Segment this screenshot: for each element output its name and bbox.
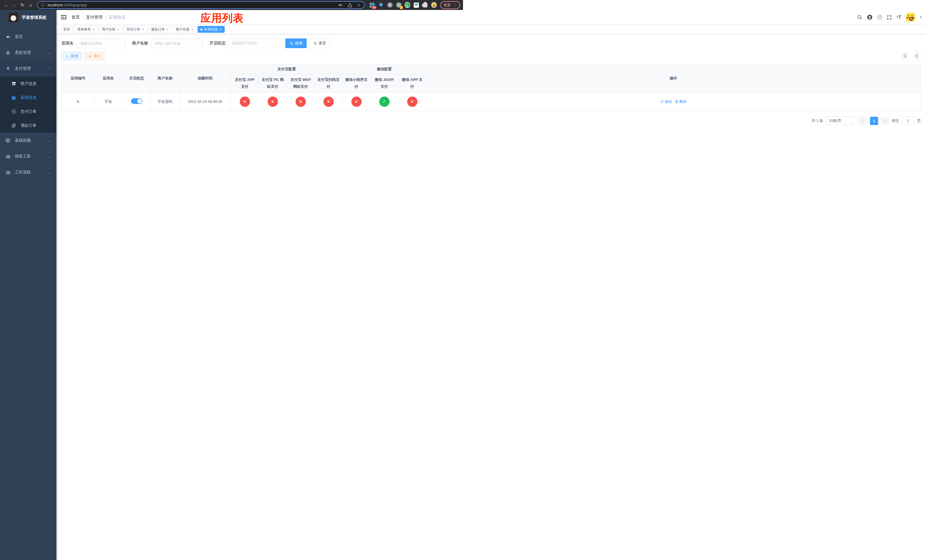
- browser-menu-icon[interactable]: ⋮: [453, 3, 457, 8]
- col-header-ops: 操作: [426, 64, 463, 92]
- address-bar[interactable]: i localhost:1024/pay/app ☆: [37, 1, 365, 9]
- wx-lite-status-icon: ×: [351, 97, 362, 107]
- cell-merchant-name: 芋道源码: [151, 92, 179, 111]
- sidebar-collapse-button[interactable]: [61, 15, 67, 20]
- sidebar-item-system[interactable]: ⚙ 系统管理 ⌄: [0, 45, 56, 61]
- sidebar-item-label: 工作流程: [15, 170, 31, 175]
- cell-app-id: 6: [62, 92, 95, 111]
- extension-lens-icon[interactable]: 1: [396, 2, 401, 8]
- breadcrumb-payment[interactable]: 支付管理: [86, 15, 103, 20]
- close-icon[interactable]: ×: [117, 28, 120, 31]
- reload-icon: ↻: [21, 2, 24, 8]
- export-button-label: 导出: [94, 53, 101, 59]
- alipay-qr-status-icon: ×: [324, 97, 334, 107]
- url-text: localhost:1024/pay/app: [48, 3, 87, 7]
- sidebar: 芋道管理系统 首页 ⚙ 系统管理 ⌄ ¥ 支付管理 ⌃: [0, 10, 56, 280]
- browser-profile-avatar[interactable]: [431, 2, 437, 8]
- download-icon: [88, 54, 92, 58]
- refresh-icon: ↻: [314, 41, 317, 45]
- search-button-label: 搜索: [295, 41, 303, 46]
- bookmark-star-icon[interactable]: ☆: [357, 2, 361, 8]
- store-icon: [11, 82, 17, 86]
- extension-yudao-icon[interactable]: y: [405, 2, 410, 8]
- sidebar-item-label: 首页: [15, 34, 23, 39]
- alipay-wap-status-icon: ×: [295, 97, 306, 107]
- reset-button[interactable]: ↻ 重置: [310, 38, 330, 48]
- search-button[interactable]: 搜索: [285, 38, 307, 48]
- sidebar-item-merchant-info[interactable]: 商户信息: [0, 77, 56, 91]
- chevron-up-icon: ⌃: [48, 67, 51, 71]
- tab-home[interactable]: 首页: [61, 26, 73, 33]
- enabled-toggle[interactable]: [131, 98, 142, 104]
- plus-icon: ＋: [65, 53, 69, 59]
- cell-app-name: 芋道: [95, 92, 123, 111]
- sidebar-item-infrastructure[interactable]: 基础设施 ⌄: [0, 132, 56, 148]
- tab-user-group[interactable]: 用户分组×: [99, 26, 123, 33]
- tab-pay-orders[interactable]: 支付订单×: [124, 26, 147, 33]
- group-header-wechat: 微信配置: [342, 64, 426, 74]
- sidebar-item-app-info[interactable]: ▦ 应用信息: [0, 91, 56, 104]
- browser-back-button[interactable]: ←: [3, 2, 10, 9]
- sidebar-item-workflow[interactable]: 工作流程 ⌄: [0, 164, 56, 180]
- sidebar-logo[interactable]: 芋道管理系统: [0, 10, 56, 25]
- tab-app-info[interactable]: 应用信息×: [198, 26, 225, 33]
- close-icon[interactable]: ×: [142, 28, 144, 31]
- tab-merchant-info[interactable]: 商户信息×: [173, 26, 196, 33]
- extension-command-icon[interactable]: ⌘: [387, 2, 393, 8]
- status-select-placeholder: 请选择开启状态: [232, 41, 257, 46]
- breadcrumb-separator: /: [82, 15, 83, 20]
- add-button-label: 新增: [71, 53, 78, 59]
- wx-jsapi-status-icon: ✓: [379, 97, 390, 107]
- sidebar-item-dev-tools[interactable]: 研发工具 ⌄: [0, 148, 56, 164]
- back-icon: ←: [4, 3, 9, 8]
- add-button[interactable]: ＋ 新增: [62, 52, 82, 61]
- extension-tabs-icon[interactable]: 10: [369, 2, 375, 8]
- wx-app-status-icon: ×: [407, 97, 418, 107]
- close-icon[interactable]: ×: [92, 28, 95, 31]
- browser-toolbar: ← → ↻ ⌂ i localhost:1024/pay/app ☆ 10 ⌘ …: [0, 0, 463, 10]
- sidebar-item-label: 基础设施: [15, 138, 31, 143]
- merchant-name-input[interactable]: [151, 38, 203, 48]
- tags-view-bar: 首页 流程表单× 用户分组× 支付订单× 退款订单× 商户信息× 应用信息×: [56, 25, 463, 34]
- sidebar-item-label: 支付管理: [15, 66, 31, 71]
- dashboard-icon: [5, 35, 11, 39]
- extension-badge: 1: [400, 6, 403, 9]
- sidebar-item-home[interactable]: 首页: [0, 29, 56, 45]
- chevron-down-icon: ⌄: [275, 41, 279, 45]
- yen-circle-icon: ¥: [11, 109, 17, 114]
- app-table: 应用编号 应用名 开启状态 商户名称 创建时间 支付宝配置 微信配置 操作 支付…: [62, 64, 463, 111]
- browser-reload-button[interactable]: ↻: [19, 2, 26, 9]
- page-content: 应用名 商户名称 开启状态 请选择开启状态 ⌄: [56, 34, 463, 280]
- group-header-alipay: 支付宝配置: [231, 64, 342, 74]
- close-icon[interactable]: ×: [166, 28, 169, 31]
- close-icon[interactable]: ×: [219, 28, 222, 31]
- app-title: 芋道管理系统: [22, 15, 47, 20]
- chrome-update-button[interactable]: 更新 ⋮: [440, 1, 460, 9]
- password-key-icon[interactable]: [338, 3, 343, 8]
- sidebar-item-label: 商户信息: [21, 81, 36, 86]
- browser-forward-button[interactable]: →: [11, 2, 18, 9]
- gear-icon: ⚙: [5, 50, 11, 56]
- status-select[interactable]: 请选择开启状态 ⌄: [228, 38, 282, 48]
- tab-process-form[interactable]: 流程表单×: [74, 26, 98, 33]
- sidebar-item-label: 系统管理: [15, 50, 31, 55]
- tab-refund-orders[interactable]: 退款订单×: [148, 26, 172, 33]
- cell-created-time: 2021-10-23 08:49:25: [179, 92, 231, 111]
- extensions-puzzle-icon[interactable]: [422, 2, 428, 8]
- extension-kite-icon[interactable]: [378, 2, 384, 8]
- browser-home-button[interactable]: ⌂: [27, 2, 34, 9]
- sidebar-item-payment[interactable]: ¥ 支付管理 ⌃: [0, 61, 56, 77]
- share-icon[interactable]: [348, 3, 352, 8]
- export-button[interactable]: 导出: [85, 52, 104, 61]
- col-header-alipay-app: 支付宝 APP 支付: [231, 74, 259, 92]
- close-icon[interactable]: ×: [191, 28, 193, 31]
- extension-chat-icon[interactable]: [413, 2, 419, 8]
- breadcrumb-home[interactable]: 首页: [71, 15, 80, 20]
- sidebar-item-pay-orders[interactable]: ¥ 支付订单: [0, 104, 56, 118]
- sidebar-item-refund-orders[interactable]: 退款订单: [0, 118, 56, 132]
- app-name-input[interactable]: [76, 38, 125, 48]
- chevron-down-icon: ⌄: [48, 170, 51, 175]
- status-label: 开启状态: [210, 41, 225, 46]
- site-info-icon[interactable]: i: [41, 3, 45, 7]
- sidebar-item-label: 支付订单: [21, 109, 36, 114]
